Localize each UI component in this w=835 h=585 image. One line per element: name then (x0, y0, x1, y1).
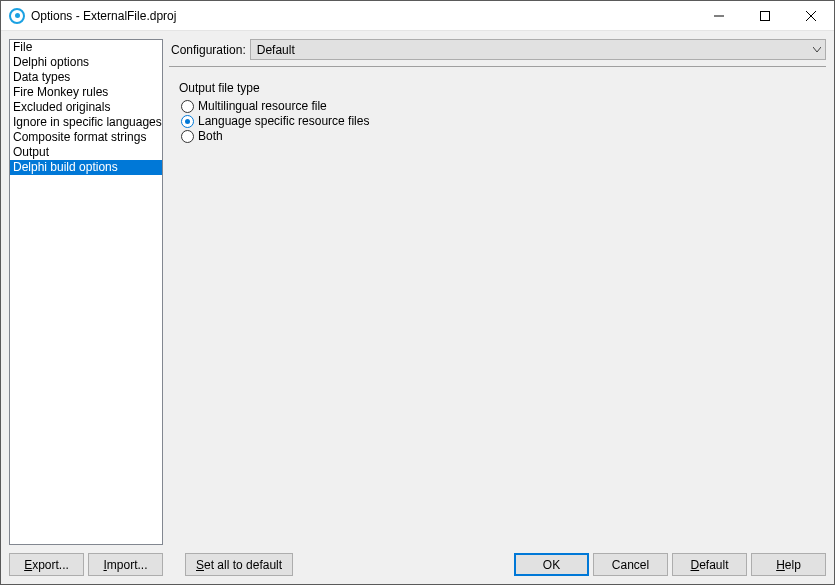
export-button[interactable]: Export... (9, 553, 84, 576)
radio-both[interactable]: Both (179, 129, 826, 143)
titlebar: Options - ExternalFile.dproj (1, 1, 834, 31)
sidebar-item-label: File (13, 40, 32, 54)
radio-multilingual[interactable]: Multilingual resource file (179, 99, 826, 113)
sidebar-item-label: Composite format strings (13, 130, 146, 144)
sidebar-item-data-types[interactable]: Data types (10, 70, 162, 85)
footer-left: Export... Import... Set all to default (9, 553, 293, 576)
content-panel: Configuration: Default Output file type … (169, 39, 826, 545)
configuration-label: Configuration: (169, 43, 246, 57)
sidebar-item-label: Delphi build options (13, 160, 118, 174)
chevron-down-icon (813, 47, 821, 53)
svg-rect-1 (761, 11, 770, 20)
radio-label: Multilingual resource file (198, 99, 327, 113)
sidebar-item-label: Delphi options (13, 55, 89, 69)
configuration-select[interactable]: Default (250, 39, 826, 60)
sidebar-item-fire-monkey-rules[interactable]: Fire Monkey rules (10, 85, 162, 100)
window-controls (696, 1, 834, 30)
sidebar-item-output[interactable]: Output (10, 145, 162, 160)
footer: Export... Import... Set all to default O… (9, 553, 826, 576)
options-dialog: Options - ExternalFile.dproj File Delphi… (0, 0, 835, 585)
footer-right: OK Cancel Default Help (514, 553, 826, 576)
category-list[interactable]: File Delphi options Data types Fire Monk… (9, 39, 163, 545)
default-button[interactable]: Default (672, 553, 747, 576)
radio-label: Both (198, 129, 223, 143)
radio-icon (181, 130, 194, 143)
radio-language-specific[interactable]: Language specific resource files (179, 114, 826, 128)
sidebar-item-ignore-languages[interactable]: Ignore in specific languages (10, 115, 162, 130)
sidebar-item-composite-format[interactable]: Composite format strings (10, 130, 162, 145)
sidebar-item-excluded-originals[interactable]: Excluded originals (10, 100, 162, 115)
window-title: Options - ExternalFile.dproj (31, 9, 696, 23)
sidebar-item-delphi-build-options[interactable]: Delphi build options (10, 160, 162, 175)
configuration-value: Default (257, 43, 295, 57)
radio-icon (181, 115, 194, 128)
minimize-button[interactable] (696, 1, 742, 30)
maximize-button[interactable] (742, 1, 788, 30)
group-label: Output file type (179, 81, 826, 95)
ok-button[interactable]: OK (514, 553, 589, 576)
set-all-default-button[interactable]: Set all to default (185, 553, 293, 576)
sidebar-item-label: Output (13, 145, 49, 159)
radio-icon (181, 100, 194, 113)
cancel-button[interactable]: Cancel (593, 553, 668, 576)
sidebar-item-label: Excluded originals (13, 100, 110, 114)
dialog-body: File Delphi options Data types Fire Monk… (1, 31, 834, 584)
sidebar-item-label: Fire Monkey rules (13, 85, 108, 99)
main-area: File Delphi options Data types Fire Monk… (9, 39, 826, 545)
app-icon (9, 8, 25, 24)
sidebar-item-label: Data types (13, 70, 70, 84)
sidebar-item-delphi-options[interactable]: Delphi options (10, 55, 162, 70)
sidebar-item-file[interactable]: File (10, 40, 162, 55)
sidebar-item-label: Ignore in specific languages (13, 115, 162, 129)
configuration-row: Configuration: Default (169, 39, 826, 67)
import-button[interactable]: Import... (88, 553, 163, 576)
close-button[interactable] (788, 1, 834, 30)
radio-label: Language specific resource files (198, 114, 369, 128)
output-file-type-group: Output file type Multilingual resource f… (179, 81, 826, 144)
help-button[interactable]: Help (751, 553, 826, 576)
